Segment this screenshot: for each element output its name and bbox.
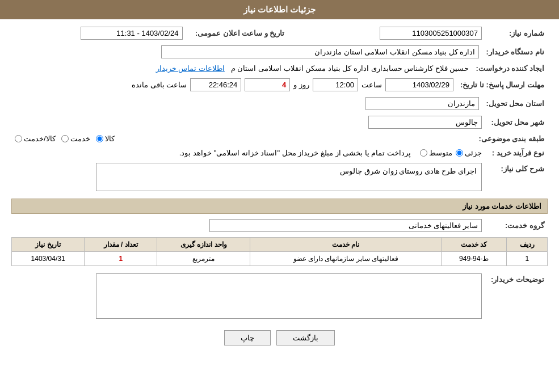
- گروه-خدمت-box: سایر فعالیتهای خدماتی: [209, 219, 482, 232]
- col-واحد: واحد اندازه گیری: [157, 238, 250, 252]
- cell-واحد: مترمربع: [157, 252, 250, 266]
- شهر-box: چالوس: [368, 116, 482, 129]
- ایجاد-کننده-label: ایجاد کننده درخواست:: [472, 62, 548, 74]
- مهلت-ارسال-label: مهلت ارسال پاسخ: تا تاریخ:: [457, 77, 548, 93]
- print-button[interactable]: چاپ: [224, 330, 271, 345]
- مهلت-روز-box: 4: [245, 78, 290, 91]
- جزئی-radio-item: جزئی: [456, 149, 482, 157]
- متوسط-label: متوسط: [429, 149, 452, 157]
- خدمت-radio-label: خدمت: [70, 134, 90, 143]
- مهلت-باقی-box: 22:46:24: [190, 78, 241, 91]
- info-table-row1: شماره نیاز: 1103005251000307 تاریخ و ساع…: [11, 25, 548, 41]
- مهلت-ساعت-box: 12:00: [313, 78, 358, 91]
- تاریخ-label: تاریخ و ساعت اعلان عمومی:: [186, 25, 288, 41]
- نوع-فرآیند-desc: پرداخت تمام یا بخشی از مبلغ خریداز محل "…: [179, 149, 411, 157]
- توضیحات-textarea[interactable]: [96, 273, 482, 319]
- تاریخ-box: 1403/02/24 - 11:31: [81, 27, 183, 40]
- cell-ردیف: 1: [507, 252, 548, 266]
- col-نام-خدمت: نام خدمت: [250, 238, 442, 252]
- کالا-خدمت-radio[interactable]: [15, 135, 22, 142]
- شرح-کلی-box: اجرای طرح هادی روستای زوان شرق چالوس: [96, 163, 482, 191]
- cell-نام-خدمت: فعالیتهای سایر سازمانهای دارای عضو: [250, 252, 442, 266]
- ایجاد-کننده-text: حسین فلاح کارشناس حسابداری اداره کل بنیا…: [231, 64, 469, 73]
- اطلاعات-خدمات-title: اطلاعات خدمات مورد نیاز: [11, 199, 548, 214]
- کالا-خدمت-radio-label: کالا/خدمت: [24, 134, 56, 143]
- info-table-row4: مهلت ارسال پاسخ: تا تاریخ: 1403/02/29 سا…: [11, 77, 548, 93]
- info-table-توضیحات: توضیحات خریدار:: [11, 272, 548, 322]
- کالا-radio-item: کالا: [96, 134, 115, 143]
- مهلت-ارسال-row: 1403/02/29 ساعت 12:00 روز و 4 22:46:24 س…: [11, 77, 457, 93]
- info-table-row6: شهر محل تحویل: چالوس: [11, 114, 548, 130]
- جزئی-label: جزئی: [465, 149, 482, 157]
- page-header: جزئیات اطلاعات نیاز: [0, 0, 559, 19]
- استان-label: استان محل تحویل:: [482, 95, 548, 112]
- cell-تعداد: 1: [85, 252, 157, 266]
- تاریخ-value: 1403/02/24 - 11:31: [11, 25, 186, 41]
- گروه-خدمت-value: سایر فعالیتهای خدماتی: [11, 217, 485, 234]
- باقی-مانده-label: ساعت باقی مانده: [132, 81, 187, 89]
- کالا-خدمت-radio-item: کالا/خدمت: [15, 134, 56, 143]
- شهر-value: چالوس: [11, 114, 485, 130]
- طبقه-بندی-radios: کالا/خدمت خدمت کالا: [11, 133, 475, 145]
- ایجاد-کننده-value: حسین فلاح کارشناس حسابداری اداره کل بنیا…: [11, 62, 472, 74]
- توضیحات-label: توضیحات خریدار:: [485, 272, 548, 322]
- خدمت-radio[interactable]: [61, 135, 69, 142]
- info-table-row8: نوع فرآیند خرید : جزئی متوسط پرداخت تمام…: [11, 147, 548, 159]
- page-container: جزئیات اطلاعات نیاز شماره نیاز: 11030052…: [0, 0, 559, 392]
- main-content: شماره نیاز: 1103005251000307 تاریخ و ساع…: [0, 19, 559, 357]
- services-table: ردیف کد خدمت نام خدمت واحد اندازه گیری ت…: [11, 237, 548, 266]
- info-table-شرح: شرح کلی نیاز: اجرای طرح هادی روستای زوان…: [11, 161, 548, 193]
- شهر-label: شهر محل تحویل:: [485, 114, 548, 130]
- استان-value: مازندران: [11, 95, 482, 112]
- شرح-کلی-text: اجرای طرح هادی روستای زوان شرق چالوس: [340, 167, 477, 175]
- page-title: جزئیات اطلاعات نیاز: [243, 5, 316, 14]
- cell-کد-خدمت: ط-94-949: [442, 252, 507, 266]
- متوسط-radio[interactable]: [420, 149, 427, 157]
- نوع-فرآیند-row: جزئی متوسط پرداخت تمام یا بخشی از مبلغ خ…: [11, 147, 485, 159]
- توضیحات-section: توضیحات خریدار:: [11, 272, 548, 322]
- کالا-radio[interactable]: [96, 135, 103, 142]
- نام-دستگاه-value: اداره کل بنیاد مسکن انقلاب اسلامی استان …: [11, 44, 482, 60]
- col-تعداد: تعداد / مقدار: [85, 238, 157, 252]
- استان-box: مازندران: [365, 97, 479, 110]
- back-button[interactable]: بازگشت: [276, 330, 335, 345]
- col-تاریخ: تاریخ نیاز: [12, 238, 85, 252]
- گروه-خدمت-label: گروه خدمت:: [485, 217, 548, 234]
- table-row: 1 ط-94-949 فعالیتهای سایر سازمانهای دارا…: [12, 252, 548, 266]
- جزئی-radio[interactable]: [456, 149, 463, 157]
- کالا-radio-label: کالا: [105, 134, 115, 143]
- شماره-نیاز-label: شماره نیاز:: [485, 25, 548, 41]
- info-table-row5: استان محل تحویل: مازندران: [11, 95, 548, 112]
- info-table-گروه: گروه خدمت: سایر فعالیتهای خدماتی: [11, 217, 548, 234]
- button-row: بازگشت چاپ: [11, 330, 548, 345]
- نام-دستگاه-label: نام دستگاه خریدار:: [482, 44, 548, 60]
- اطلاعات-تماس-link[interactable]: اطلاعات تماس خریدار: [156, 64, 225, 73]
- توضیحات-value: [11, 272, 485, 322]
- مهلت-تاریخ-box: 1403/02/29: [385, 78, 453, 91]
- شماره-نیاز-value: 1103005251000307: [311, 25, 486, 41]
- شرح-کلی-label: شرح کلی نیاز:: [485, 161, 548, 193]
- info-table-row7: طبقه بندی موضوعی: کالا/خدمت خدمت کالا: [11, 133, 548, 145]
- info-table-row2: نام دستگاه خریدار: اداره کل بنیاد مسکن ا…: [11, 44, 548, 60]
- info-table-row3: ایجاد کننده درخواست: حسین فلاح کارشناس ح…: [11, 62, 548, 74]
- نوع-فرآیند-label: نوع فرآیند خرید :: [485, 147, 548, 159]
- نام-دستگاه-box: اداره کل بنیاد مسکن انقلاب اسلامی استان …: [161, 45, 479, 58]
- خدمت-radio-item: خدمت: [61, 134, 90, 143]
- شماره-نیاز-box: 1103005251000307: [380, 27, 482, 40]
- شرح-کلی-value: اجرای طرح هادی روستای زوان شرق چالوس: [11, 161, 485, 193]
- روز-label: روز و: [293, 81, 309, 89]
- ساعت-label: ساعت: [362, 81, 382, 89]
- cell-تاریخ: 1403/04/31: [12, 252, 85, 266]
- طبقه-بندی-label: طبقه بندی موضوعی:: [475, 133, 548, 145]
- col-ردیف: ردیف: [507, 238, 548, 252]
- col-کد-خدمت: کد خدمت: [442, 238, 507, 252]
- متوسط-radio-item: متوسط: [420, 149, 452, 157]
